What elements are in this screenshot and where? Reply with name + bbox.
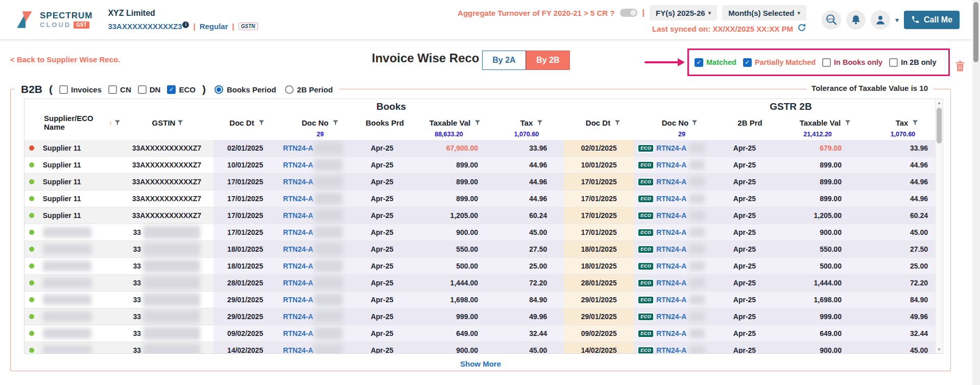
table-scrollbar[interactable]: ▲ ▼ bbox=[935, 99, 943, 353]
user-menu-chevron-icon[interactable]: ▾ bbox=[895, 16, 899, 24]
table-row[interactable]: 33 14/02/2025 RTN24-A Apr-25 900.00 45.0… bbox=[25, 342, 936, 353]
books-doc-no-link[interactable]: RTN24-A bbox=[283, 161, 313, 169]
table-row[interactable]: Supplier 11 33AXXXXXXXXXXZ7 10/01/2025 R… bbox=[25, 157, 936, 174]
books-taxable-val: 1,698.00 bbox=[411, 292, 492, 308]
2b-period-radio[interactable]: 2B Period bbox=[285, 85, 333, 94]
filter-funnel-icon[interactable] bbox=[614, 119, 620, 126]
gstr2b-doc-no-link[interactable]: RTN24-A bbox=[656, 312, 686, 321]
filter-funnel-icon[interactable] bbox=[114, 119, 121, 126]
filter-funnel-icon[interactable] bbox=[845, 119, 851, 126]
books-doc-no-link[interactable]: RTN24-A bbox=[283, 262, 313, 270]
redacted-doc-no bbox=[689, 295, 705, 304]
info-icon[interactable]: i bbox=[182, 21, 189, 28]
sort-asc-icon[interactable]: ↑ bbox=[109, 119, 113, 127]
redacted-supplier-name bbox=[43, 311, 91, 322]
books-taxable-val: 1,444.00 bbox=[411, 275, 492, 292]
table-row[interactable]: 33 17/01/2025 RTN24-A Apr-25 900.00 45.0… bbox=[25, 224, 936, 241]
books-doc-no-link[interactable]: RTN24-A bbox=[283, 296, 313, 304]
gstr2b-doc-no-link[interactable]: RTN24-A bbox=[656, 144, 686, 152]
books-doc-no-link[interactable]: RTN24-A bbox=[283, 312, 313, 321]
filter-matched[interactable]: ✓ Matched bbox=[695, 58, 736, 67]
books-doc-no-link[interactable]: RTN24-A bbox=[283, 144, 313, 152]
doctype-dn-checkbox[interactable]: ✓ DN bbox=[138, 85, 161, 94]
user-account-icon[interactable] bbox=[871, 10, 890, 30]
filter-funnel-icon[interactable] bbox=[537, 119, 543, 126]
by-2a-button[interactable]: By 2A bbox=[482, 51, 526, 70]
gstr2b-doc-no-link[interactable]: RTN24-A bbox=[656, 279, 686, 287]
page-scrollbar[interactable] bbox=[972, 0, 980, 385]
gstr2b-doc-no-link[interactable]: RTN24-A bbox=[656, 329, 686, 338]
show-more-link[interactable]: Show More bbox=[11, 359, 950, 368]
gstin-value: 33AXXXXXXXXXXZ7 bbox=[132, 211, 201, 220]
redacted-doc-no bbox=[314, 294, 343, 306]
gstn-logo: GSTN bbox=[238, 22, 258, 30]
books-taxable-val: 1,205.00 bbox=[411, 207, 492, 224]
gstr2b-doc-no-link[interactable]: RTN24-A bbox=[656, 262, 686, 270]
call-me-button[interactable]: Call Me bbox=[904, 11, 960, 29]
table-row[interactable]: Supplier 11 33AXXXXXXXXXXZ7 17/01/2025 R… bbox=[25, 207, 936, 224]
gstr2b-doc-no-link[interactable]: RTN24-A bbox=[656, 178, 686, 186]
gstr2b-doc-no-link[interactable]: RTN24-A bbox=[656, 195, 686, 203]
books-doc-no-link[interactable]: RTN24-A bbox=[283, 245, 313, 253]
by-2b-button[interactable]: By 2B bbox=[526, 51, 570, 70]
filter-in-2b-only[interactable]: ✓ In 2B only bbox=[889, 58, 936, 67]
books-period: Apr-25 bbox=[353, 207, 411, 224]
gstr2b-doc-no-link[interactable]: RTN24-A bbox=[656, 346, 686, 353]
eco-badge: ECO bbox=[638, 330, 653, 337]
books-doc-no-link[interactable]: RTN24-A bbox=[283, 329, 313, 338]
table-row[interactable]: 33 09/02/2025 RTN24-A Apr-25 649.00 32.4… bbox=[25, 325, 936, 342]
scrollbar-thumb[interactable] bbox=[937, 108, 942, 143]
filter-funnel-icon[interactable] bbox=[691, 119, 698, 126]
scroll-up-arrow[interactable]: ▲ bbox=[936, 99, 943, 107]
turnover-toggle[interactable] bbox=[620, 9, 637, 17]
books-period: Apr-25 bbox=[353, 258, 411, 275]
books-doc-no-link[interactable]: RTN24-A bbox=[283, 346, 313, 353]
gstin-search-icon[interactable]: GSTIN bbox=[822, 10, 841, 30]
fy-dropdown[interactable]: FY(s) 2025-26 ▾ bbox=[650, 5, 717, 20]
books-doc-no-link[interactable]: RTN24-A bbox=[283, 279, 313, 287]
col-2b-prd: 2B Prd bbox=[737, 118, 762, 127]
table-row[interactable]: Supplier 11 33AXXXXXXXXXXZ7 17/01/2025 R… bbox=[25, 174, 936, 190]
refresh-icon[interactable] bbox=[797, 23, 806, 34]
gstr2b-doc-no-link[interactable]: RTN24-A bbox=[656, 161, 686, 169]
redacted-doc-no bbox=[314, 327, 343, 340]
notifications-bell-icon[interactable] bbox=[846, 10, 866, 30]
filter-funnel-icon[interactable] bbox=[177, 119, 183, 126]
brand-gst-badge: GST bbox=[74, 21, 89, 29]
filter-in-books-only[interactable]: ✓ In Books only bbox=[822, 58, 882, 67]
books-doc-no-link[interactable]: RTN24-A bbox=[283, 195, 313, 203]
redacted-doc-no bbox=[689, 194, 705, 203]
months-dropdown[interactable]: Month(s) Selected ▾ bbox=[722, 5, 806, 20]
gstr2b-period: Apr-25 bbox=[715, 308, 774, 325]
filter-funnel-icon[interactable] bbox=[912, 119, 918, 126]
books-period-radio[interactable]: Books Period bbox=[214, 85, 276, 94]
table-row[interactable]: 33 28/01/2025 RTN24-A Apr-25 1,444.00 72… bbox=[25, 275, 936, 292]
status-dot bbox=[29, 179, 34, 184]
table-row[interactable]: Supplier 11 33AXXXXXXXXXXZ7 02/01/2025 R… bbox=[25, 140, 936, 157]
table-row[interactable]: Supplier 11 33AXXXXXXXXXXZ7 17/01/2025 R… bbox=[25, 190, 936, 207]
gstr2b-doc-no-link[interactable]: RTN24-A bbox=[656, 245, 686, 253]
filter-funnel-icon[interactable] bbox=[258, 119, 265, 126]
doctype-invoices-checkbox[interactable]: ✓ Invoices bbox=[59, 85, 102, 94]
table-row[interactable]: 33 18/01/2025 RTN24-A Apr-25 500.00 25.0… bbox=[25, 258, 936, 275]
table-row[interactable]: 33 18/01/2025 RTN24-A Apr-25 550.00 27.5… bbox=[25, 241, 936, 258]
table-row[interactable]: 33 29/01/2025 RTN24-A Apr-25 1,698.00 84… bbox=[25, 292, 936, 308]
scroll-down-arrow[interactable]: ▼ bbox=[936, 346, 943, 353]
books-doc-no-link[interactable]: RTN24-A bbox=[283, 211, 313, 220]
books-doc-no-link[interactable]: RTN24-A bbox=[283, 228, 313, 236]
doctype-cn-checkbox[interactable]: ✓ CN bbox=[108, 85, 131, 94]
back-to-supplier-wise-link[interactable]: < Back to Supplier Wise Reco. bbox=[10, 55, 120, 64]
gstr2b-doc-no-link[interactable]: RTN24-A bbox=[656, 228, 686, 236]
gstr2b-doc-no-link[interactable]: RTN24-A bbox=[656, 296, 686, 304]
gstr2b-tax: 45.00 bbox=[865, 342, 936, 353]
gstr2b-doc-date: 18/01/2025 bbox=[563, 258, 634, 275]
gstr2b-doc-no-link[interactable]: RTN24-A bbox=[656, 211, 686, 220]
doctype-eco-checkbox[interactable]: ✓ ECO bbox=[167, 85, 196, 94]
books-doc-no-link[interactable]: RTN24-A bbox=[283, 178, 313, 186]
filter-funnel-icon[interactable] bbox=[474, 119, 481, 126]
table-row[interactable]: 33 29/01/2025 RTN24-A Apr-25 999.00 49.9… bbox=[25, 308, 936, 325]
page-scrollbar-thumb[interactable] bbox=[973, 2, 978, 62]
filter-partially-matched[interactable]: ✓ Partially Matched bbox=[743, 58, 816, 67]
filter-funnel-icon[interactable] bbox=[332, 119, 339, 126]
delete-trash-icon[interactable] bbox=[954, 59, 966, 74]
